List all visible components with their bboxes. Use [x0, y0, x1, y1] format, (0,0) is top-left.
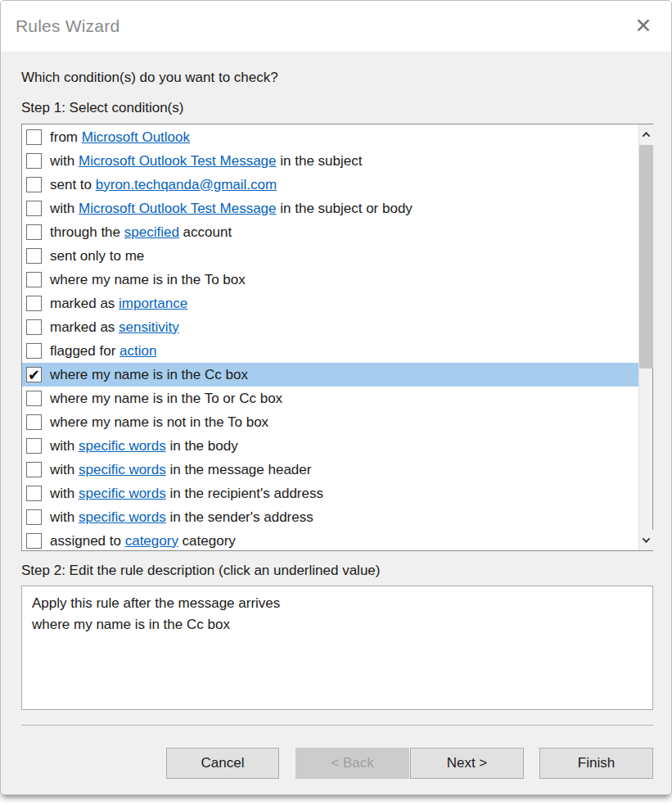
- condition-value-link[interactable]: Microsoft Outlook Test Message: [79, 201, 277, 216]
- condition-value-link[interactable]: specific words: [79, 486, 166, 501]
- rules-wizard-dialog: Rules Wizard ✕ Which condition(s) do you…: [0, 0, 672, 795]
- back-button[interactable]: < Back: [295, 748, 409, 779]
- condition-text: sent to: [50, 177, 96, 192]
- scroll-up-button[interactable]: [639, 124, 653, 145]
- condition-text: marked as: [50, 319, 119, 335]
- unchecked-checkbox[interactable]: [26, 414, 42, 430]
- condition-label: sent to byron.techqanda@gmail.com: [50, 177, 277, 193]
- unchecked-checkbox[interactable]: [26, 177, 42, 192]
- condition-text: account: [179, 224, 232, 240]
- condition-label: with Microsoft Outlook Test Message in t…: [50, 201, 413, 217]
- condition-text: with: [50, 509, 79, 525]
- close-button[interactable]: ✕: [625, 8, 661, 44]
- condition-text: with: [50, 462, 79, 477]
- condition-value-link[interactable]: Microsoft Outlook: [82, 129, 190, 145]
- condition-text: with: [50, 486, 79, 501]
- condition-row[interactable]: where my name is in the To box: [22, 268, 638, 292]
- condition-row[interactable]: flagged for action: [22, 339, 638, 363]
- condition-text: where my name is not in the To box: [50, 414, 268, 430]
- condition-row[interactable]: where my name is not in the To box: [22, 410, 638, 434]
- condition-value-link[interactable]: importance: [119, 296, 187, 311]
- condition-value-link[interactable]: Microsoft Outlook Test Message: [79, 153, 277, 169]
- condition-value-link[interactable]: action: [120, 343, 156, 359]
- description-line: Apply this rule after the message arrive…: [32, 593, 643, 614]
- condition-row[interactable]: with Microsoft Outlook Test Message in t…: [22, 149, 638, 173]
- unchecked-checkbox[interactable]: [26, 486, 42, 501]
- condition-label: sent only to me: [50, 248, 144, 265]
- conditions-listbox: from Microsoft Outlookwith Microsoft Out…: [21, 124, 653, 551]
- condition-row[interactable]: with specific words in the message heade…: [22, 458, 638, 482]
- unchecked-checkbox[interactable]: [26, 224, 42, 240]
- checkmark-icon: ✔: [28, 368, 40, 382]
- condition-text: assigned to: [50, 533, 125, 549]
- description-line: where my name is in the Cc box: [32, 614, 643, 635]
- cancel-button[interactable]: Cancel: [166, 748, 279, 779]
- finish-button[interactable]: Finish: [539, 748, 653, 779]
- condition-text: category: [178, 533, 236, 549]
- condition-value-link[interactable]: sensitivity: [119, 319, 179, 335]
- condition-row[interactable]: sent to byron.techqanda@gmail.com: [22, 173, 638, 197]
- step1-label: Step 1: Select condition(s): [21, 100, 183, 116]
- unchecked-checkbox[interactable]: [26, 391, 42, 406]
- condition-value-link[interactable]: specific words: [79, 462, 166, 477]
- condition-text: in the message header: [166, 462, 312, 477]
- unchecked-checkbox[interactable]: [26, 438, 42, 454]
- condition-value-link[interactable]: specified: [124, 224, 179, 240]
- condition-row[interactable]: with Microsoft Outlook Test Message in t…: [22, 197, 638, 220]
- condition-label: from Microsoft Outlook: [50, 129, 190, 146]
- unchecked-checkbox[interactable]: [26, 509, 42, 525]
- condition-label: where my name is in the To box: [50, 272, 246, 288]
- condition-text: flagged for: [50, 343, 120, 359]
- unchecked-checkbox[interactable]: [26, 319, 42, 335]
- condition-value-link[interactable]: specific words: [79, 509, 166, 525]
- condition-text: with: [50, 201, 79, 216]
- condition-row[interactable]: marked as sensitivity: [22, 315, 638, 339]
- condition-text: in the subject or body: [277, 201, 413, 216]
- unchecked-checkbox[interactable]: [26, 343, 42, 359]
- condition-row[interactable]: ✔where my name is in the Cc box: [22, 363, 638, 387]
- condition-label: assigned to category category: [50, 533, 236, 549]
- condition-label: with specific words in the sender's addr…: [50, 509, 313, 526]
- condition-label: with Microsoft Outlook Test Message in t…: [50, 153, 362, 170]
- condition-text: in the subject: [277, 153, 363, 169]
- checked-checkbox[interactable]: ✔: [26, 367, 42, 382]
- unchecked-checkbox[interactable]: [26, 533, 42, 549]
- condition-text: with: [50, 153, 79, 169]
- condition-row[interactable]: through the specified account: [22, 220, 638, 244]
- condition-text: where my name is in the To or Cc box: [50, 391, 282, 406]
- condition-row[interactable]: sent only to me: [22, 244, 638, 268]
- condition-label: with specific words in the recipient's a…: [50, 486, 323, 502]
- unchecked-checkbox[interactable]: [26, 272, 42, 287]
- unchecked-checkbox[interactable]: [26, 153, 42, 169]
- condition-row[interactable]: from Microsoft Outlook: [22, 125, 638, 149]
- condition-row[interactable]: marked as importance: [22, 292, 638, 315]
- condition-value-link[interactable]: specific words: [79, 438, 166, 454]
- condition-value-link[interactable]: category: [125, 533, 178, 549]
- divider: [21, 725, 653, 726]
- unchecked-checkbox[interactable]: [26, 129, 42, 145]
- rule-description-box[interactable]: Apply this rule after the message arrive…: [21, 586, 653, 710]
- conditions-rows: from Microsoft Outlookwith Microsoft Out…: [22, 125, 638, 553]
- condition-label: where my name is not in the To box: [50, 414, 268, 431]
- scrollbar-thumb[interactable]: [639, 145, 653, 369]
- condition-value-link[interactable]: byron.techqanda@gmail.com: [96, 177, 277, 192]
- condition-row[interactable]: assigned to category category: [22, 529, 638, 553]
- condition-row[interactable]: where my name is in the To or Cc box: [22, 387, 638, 410]
- unchecked-checkbox[interactable]: [26, 462, 42, 477]
- condition-text: sent only to me: [50, 248, 144, 264]
- scroll-down-button[interactable]: [639, 530, 653, 550]
- condition-label: with specific words in the message heade…: [50, 462, 311, 478]
- scrollbar[interactable]: [638, 124, 652, 550]
- condition-row[interactable]: with specific words in the recipient's a…: [22, 482, 638, 505]
- condition-label: flagged for action: [50, 343, 156, 360]
- step2-label: Step 2: Edit the rule description (click…: [21, 563, 380, 579]
- condition-label: marked as sensitivity: [50, 319, 179, 336]
- unchecked-checkbox[interactable]: [26, 248, 42, 264]
- condition-label: through the specified account: [50, 224, 232, 241]
- title-bar: Rules Wizard ✕: [1, 1, 671, 52]
- unchecked-checkbox[interactable]: [26, 201, 42, 216]
- unchecked-checkbox[interactable]: [26, 296, 42, 311]
- condition-row[interactable]: with specific words in the body: [22, 434, 638, 458]
- next-button[interactable]: Next >: [410, 748, 524, 779]
- condition-row[interactable]: with specific words in the sender's addr…: [22, 505, 638, 529]
